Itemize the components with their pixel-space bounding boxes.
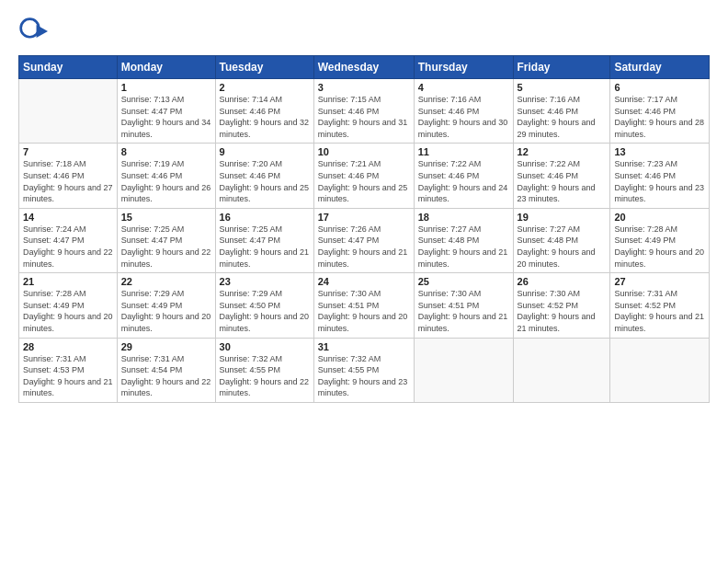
day-number: 31 [318,341,410,352]
calendar-page: SundayMondayTuesdayWednesdayThursdayFrid… [0,0,728,563]
calendar-cell: 1Sunrise: 7:13 AMSunset: 4:47 PMDaylight… [117,79,215,144]
calendar-cell: 13Sunrise: 7:23 AMSunset: 4:46 PMDayligh… [610,144,710,208]
calendar-cell: 31Sunrise: 7:32 AMSunset: 4:55 PMDayligh… [313,338,414,402]
day-number: 12 [518,146,607,157]
day-info: Sunrise: 7:21 AMSunset: 4:46 PMDaylight:… [318,158,410,204]
calendar-cell: 22Sunrise: 7:29 AMSunset: 4:49 PMDayligh… [117,273,215,338]
day-number: 1 [121,82,211,93]
day-info: Sunrise: 7:29 AMSunset: 4:49 PMDaylight:… [121,288,211,334]
calendar-cell [414,338,513,402]
day-number: 9 [220,146,310,157]
weekday-header-row: SundayMondayTuesdayWednesdayThursdayFrid… [19,56,710,79]
day-info: Sunrise: 7:20 AMSunset: 4:46 PMDaylight:… [220,158,310,204]
day-number: 5 [518,82,607,93]
day-number: 25 [418,276,509,287]
day-number: 21 [23,276,113,287]
calendar-cell: 20Sunrise: 7:28 AMSunset: 4:49 PMDayligh… [610,208,710,272]
day-info: Sunrise: 7:23 AMSunset: 4:46 PMDaylight:… [614,158,705,204]
day-number: 20 [614,212,705,223]
calendar-cell: 27Sunrise: 7:31 AMSunset: 4:52 PMDayligh… [610,273,710,338]
day-number: 6 [614,82,705,93]
weekday-header: Saturday [610,56,710,79]
day-info: Sunrise: 7:30 AMSunset: 4:52 PMDaylight:… [518,288,607,334]
day-info: Sunrise: 7:16 AMSunset: 4:46 PMDaylight:… [418,94,509,140]
day-number: 22 [121,276,211,287]
calendar-table: SundayMondayTuesdayWednesdayThursdayFrid… [18,55,710,403]
weekday-header: Thursday [414,56,513,79]
day-info: Sunrise: 7:18 AMSunset: 4:46 PMDaylight:… [23,158,113,204]
day-info: Sunrise: 7:30 AMSunset: 4:51 PMDaylight:… [318,288,410,334]
day-info: Sunrise: 7:22 AMSunset: 4:46 PMDaylight:… [518,158,607,204]
calendar-cell: 25Sunrise: 7:30 AMSunset: 4:51 PMDayligh… [414,273,513,338]
calendar-cell: 24Sunrise: 7:30 AMSunset: 4:51 PMDayligh… [313,273,414,338]
day-info: Sunrise: 7:16 AMSunset: 4:46 PMDaylight:… [518,94,607,140]
day-number: 28 [23,341,113,352]
day-info: Sunrise: 7:32 AMSunset: 4:55 PMDaylight:… [220,353,310,399]
calendar-cell: 18Sunrise: 7:27 AMSunset: 4:48 PMDayligh… [414,208,513,272]
day-number: 10 [318,146,410,157]
day-number: 18 [418,212,509,223]
day-number: 27 [614,276,705,287]
day-info: Sunrise: 7:32 AMSunset: 4:55 PMDaylight:… [318,353,410,399]
weekday-header: Friday [513,56,610,79]
day-number: 16 [220,212,310,223]
day-number: 26 [518,276,607,287]
calendar-week-row: 7Sunrise: 7:18 AMSunset: 4:46 PMDaylight… [19,144,710,208]
day-info: Sunrise: 7:30 AMSunset: 4:51 PMDaylight:… [418,288,509,334]
day-info: Sunrise: 7:19 AMSunset: 4:46 PMDaylight:… [121,158,211,204]
calendar-cell: 9Sunrise: 7:20 AMSunset: 4:46 PMDaylight… [215,144,313,208]
day-info: Sunrise: 7:31 AMSunset: 4:54 PMDaylight:… [121,353,211,399]
day-number: 15 [121,212,211,223]
logo-icon [18,17,48,46]
day-number: 19 [518,212,607,223]
day-info: Sunrise: 7:22 AMSunset: 4:46 PMDaylight:… [418,158,509,204]
day-info: Sunrise: 7:27 AMSunset: 4:48 PMDaylight:… [518,224,607,270]
calendar-cell: 8Sunrise: 7:19 AMSunset: 4:46 PMDaylight… [117,144,215,208]
day-info: Sunrise: 7:31 AMSunset: 4:53 PMDaylight:… [23,353,113,399]
calendar-cell: 10Sunrise: 7:21 AMSunset: 4:46 PMDayligh… [313,144,414,208]
calendar-cell [513,338,610,402]
calendar-cell: 19Sunrise: 7:27 AMSunset: 4:48 PMDayligh… [513,208,610,272]
calendar-cell: 12Sunrise: 7:22 AMSunset: 4:46 PMDayligh… [513,144,610,208]
calendar-cell: 26Sunrise: 7:30 AMSunset: 4:52 PMDayligh… [513,273,610,338]
calendar-cell: 29Sunrise: 7:31 AMSunset: 4:54 PMDayligh… [117,338,215,402]
logo [18,17,53,46]
calendar-cell: 28Sunrise: 7:31 AMSunset: 4:53 PMDayligh… [19,338,118,402]
day-number: 17 [318,212,410,223]
calendar-cell: 30Sunrise: 7:32 AMSunset: 4:55 PMDayligh… [215,338,313,402]
day-info: Sunrise: 7:13 AMSunset: 4:47 PMDaylight:… [121,94,211,140]
calendar-week-row: 1Sunrise: 7:13 AMSunset: 4:47 PMDaylight… [19,79,710,144]
day-number: 2 [220,82,310,93]
day-info: Sunrise: 7:26 AMSunset: 4:47 PMDaylight:… [318,224,410,270]
day-info: Sunrise: 7:15 AMSunset: 4:46 PMDaylight:… [318,94,410,140]
day-number: 8 [121,146,211,157]
calendar-cell: 17Sunrise: 7:26 AMSunset: 4:47 PMDayligh… [313,208,414,272]
calendar-cell: 5Sunrise: 7:16 AMSunset: 4:46 PMDaylight… [513,79,610,144]
day-number: 11 [418,146,509,157]
day-number: 30 [220,341,310,352]
day-number: 4 [418,82,509,93]
day-info: Sunrise: 7:31 AMSunset: 4:52 PMDaylight:… [614,288,705,334]
weekday-header: Wednesday [313,56,414,79]
calendar-cell: 11Sunrise: 7:22 AMSunset: 4:46 PMDayligh… [414,144,513,208]
day-info: Sunrise: 7:14 AMSunset: 4:46 PMDaylight:… [220,94,310,140]
day-info: Sunrise: 7:27 AMSunset: 4:48 PMDaylight:… [418,224,509,270]
calendar-week-row: 28Sunrise: 7:31 AMSunset: 4:53 PMDayligh… [19,338,710,402]
svg-marker-1 [37,25,48,38]
svg-point-0 [21,19,40,38]
day-info: Sunrise: 7:17 AMSunset: 4:46 PMDaylight:… [614,94,705,140]
day-number: 24 [318,276,410,287]
calendar-cell [19,79,118,144]
calendar-cell: 6Sunrise: 7:17 AMSunset: 4:46 PMDaylight… [610,79,710,144]
calendar-cell: 21Sunrise: 7:28 AMSunset: 4:49 PMDayligh… [19,273,118,338]
header [18,17,710,46]
day-info: Sunrise: 7:25 AMSunset: 4:47 PMDaylight:… [220,224,310,270]
calendar-cell: 2Sunrise: 7:14 AMSunset: 4:46 PMDaylight… [215,79,313,144]
day-number: 23 [220,276,310,287]
day-number: 29 [121,341,211,352]
calendar-cell: 15Sunrise: 7:25 AMSunset: 4:47 PMDayligh… [117,208,215,272]
day-info: Sunrise: 7:25 AMSunset: 4:47 PMDaylight:… [121,224,211,270]
day-info: Sunrise: 7:28 AMSunset: 4:49 PMDaylight:… [614,224,705,270]
calendar-cell: 3Sunrise: 7:15 AMSunset: 4:46 PMDaylight… [313,79,414,144]
calendar-cell: 16Sunrise: 7:25 AMSunset: 4:47 PMDayligh… [215,208,313,272]
